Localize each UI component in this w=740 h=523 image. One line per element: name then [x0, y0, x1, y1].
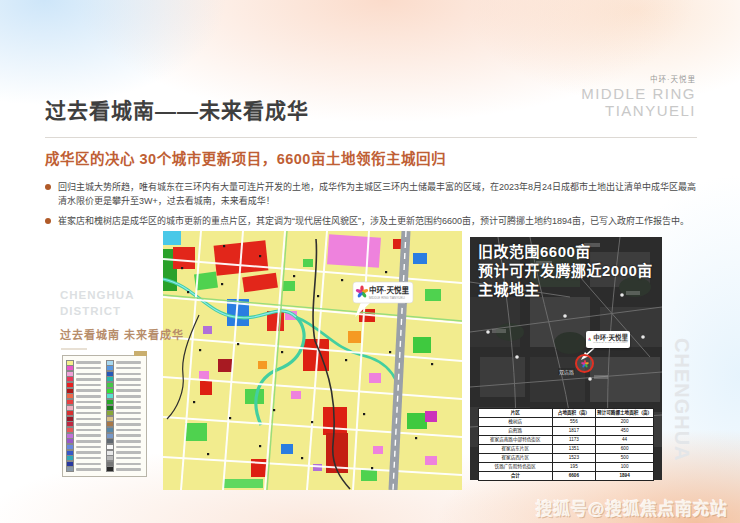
- map-label-cn: 中环·天悦里: [369, 285, 409, 295]
- map-legend: [62, 355, 147, 477]
- legend-item: [66, 467, 103, 472]
- side-vertical-label: CHENGHUA: [670, 338, 693, 462]
- brand-pinwheel-icon: [581, 360, 589, 368]
- bullet-text: 回归主城大势所趋，唯有城东在三环内有大量可连片开发的土地，成华作为主城区三环内土…: [58, 182, 696, 206]
- table-row: 铁路广告院特色街区195100: [479, 462, 654, 471]
- brand-name-en-2: TIANYUELI: [581, 102, 696, 119]
- renewal-table: 片区占地面积（亩）预计可腾挪土地面积（亩）槐树店556200启辉路1817450…: [478, 408, 654, 481]
- label-name-en: MIDDLE RING TIANYUELI: [593, 342, 628, 345]
- table-header-row: 片区占地面积（亩）预计可腾挪土地面积（亩）: [479, 409, 654, 418]
- legend-item: [106, 467, 143, 472]
- headline-line2: 预计可开发腾挪近2000亩: [478, 262, 653, 281]
- page-title: 过去看城南——未来看成华: [45, 94, 309, 124]
- bullet-item: 回归主城大势所趋，唯有城东在三环内有大量可连片开发的土地，成华作为主城区三环内土…: [45, 180, 703, 209]
- table-row: 崔家店南路中部特色街区117344: [479, 435, 654, 444]
- bullet-dot-icon: [45, 184, 51, 190]
- legend-tab: [134, 351, 147, 356]
- slogan-text: 过去看城南 未来看成华: [60, 326, 184, 342]
- landuse-map-image: 中环·天悦里 MIDDLE RING TIANYUELI: [163, 231, 462, 490]
- page-subtitle: 成华区的决心 30个城市更新项目，6600亩土地领衔主城回归: [45, 147, 446, 168]
- brand-block: 中环·天悦里 MIDDLE RING TIANYUELI: [581, 76, 696, 119]
- bullet-dot-icon: [45, 218, 51, 224]
- table-row: 合计66061894: [479, 471, 654, 480]
- title-divider: [45, 137, 697, 138]
- legend-col-left: [66, 360, 103, 472]
- satellite-headline: 旧改范围6600亩 预计可开发腾挪近2000亩 主城地主: [478, 243, 653, 299]
- map-label-en: MIDDLE RING TIANYUELI: [369, 296, 405, 300]
- table-row: 崔家店东片区1351600: [479, 444, 654, 453]
- project-location-marker: [575, 354, 594, 373]
- road-label: 双店路: [558, 368, 575, 375]
- landuse-map-svg: 中环·天悦里 MIDDLE RING TIANYUELI: [163, 231, 462, 490]
- brand-name-cn: 中环·天悦里: [581, 76, 696, 85]
- watermark-text: 搜狐号@搜狐焦点南充站: [536, 496, 728, 520]
- headline-line3: 主城地主: [478, 281, 653, 300]
- district-line1: CHENGHUA: [60, 287, 134, 303]
- bullet-list: 回归主城大势所趋，唯有城东在三环内有大量可连片开发的土地，成华作为主城区三环内土…: [45, 180, 703, 233]
- slogan-rule: [61, 348, 87, 350]
- table-row: 崔家店西片区1523500: [479, 453, 654, 462]
- bullet-item: 崔家店和槐树店是成华区的城市更新的重点片区，其定调为“现代居住风貌区”，涉及土更…: [45, 214, 703, 228]
- brand-name-en-1: MIDDLE RING: [581, 85, 696, 102]
- slide: 中环·天悦里 MIDDLE RING TIANYUELI 过去看城南——未来看成…: [0, 0, 740, 523]
- table-row: 启辉路1817450: [479, 426, 654, 435]
- table-row: 槐树店556200: [479, 417, 654, 426]
- satellite-project-label: 中环·天悦里 MIDDLE RING TIANYUELI: [586, 331, 630, 348]
- district-line2: DISTRICT: [60, 303, 134, 319]
- bullet-text: 崔家店和槐树店是成华区的城市更新的重点片区，其定调为“现代居住风貌区”，涉及土更…: [58, 216, 689, 226]
- headline-line1: 旧改范围6600亩: [478, 243, 653, 262]
- brand-pinwheel-icon: [588, 334, 591, 345]
- satellite-panel: 旧改范围6600亩 预计可开发腾挪近2000亩 主城地主 中环·天悦里 MIDD…: [470, 237, 662, 480]
- district-en-label: CHENGHUA DISTRICT: [60, 287, 134, 319]
- legend-col-right: [106, 360, 143, 472]
